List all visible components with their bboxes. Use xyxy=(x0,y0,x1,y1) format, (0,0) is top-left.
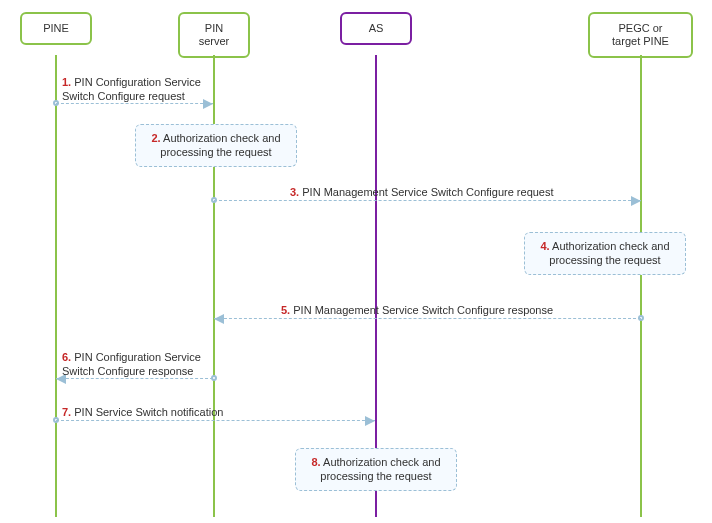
step-text: Authorization check andprocessing the re… xyxy=(320,456,440,482)
arrow-head-icon xyxy=(214,314,224,324)
step-number: 6. xyxy=(62,351,71,363)
step-number: 2. xyxy=(151,132,160,144)
participant-pin-server: PINserver xyxy=(178,12,250,58)
msg-6-label: 6. PIN Configuration ServiceSwitch Confi… xyxy=(62,350,201,379)
participant-label: PEGC ortarget PINE xyxy=(612,22,669,47)
msg-3-label: 3. PIN Management Service Switch Configu… xyxy=(290,185,554,199)
msg-5-label: 5. PIN Management Service Switch Configu… xyxy=(281,303,553,317)
step-number: 4. xyxy=(540,240,549,252)
sequence-diagram: PINE PINserver AS PEGC ortarget PINE 1. … xyxy=(0,0,712,523)
msg-7 xyxy=(56,420,375,421)
step-number: 1. xyxy=(62,76,71,88)
participant-pine: PINE xyxy=(20,12,92,45)
msg-7-label: 7. PIN Service Switch notification xyxy=(62,405,223,419)
msg-3 xyxy=(214,200,641,201)
step-text: Authorization check andprocessing the re… xyxy=(160,132,280,158)
step-number: 7. xyxy=(62,406,71,418)
participant-label: PINserver xyxy=(199,22,230,47)
arrow-head-icon xyxy=(365,416,375,426)
arrow-head-icon xyxy=(631,196,641,206)
arrow-head-icon xyxy=(203,99,213,109)
step-text: PIN Management Service Switch Configure … xyxy=(293,304,553,316)
step-number: 3. xyxy=(290,186,299,198)
msg-1-label: 1. PIN Configuration ServiceSwitch Confi… xyxy=(62,75,201,104)
step-text: PIN Service Switch notification xyxy=(74,406,223,418)
process-4: 4. Authorization check andprocessing the… xyxy=(524,232,686,275)
step-number: 8. xyxy=(311,456,320,468)
participant-label: PINE xyxy=(43,22,69,34)
msg-5 xyxy=(214,318,641,319)
step-number: 5. xyxy=(281,304,290,316)
step-text: PIN Configuration ServiceSwitch Configur… xyxy=(62,351,201,377)
step-text: PIN Management Service Switch Configure … xyxy=(302,186,553,198)
participant-pegc: PEGC ortarget PINE xyxy=(588,12,693,58)
process-8: 8. Authorization check andprocessing the… xyxy=(295,448,457,491)
participant-label: AS xyxy=(369,22,384,34)
lifeline-pine xyxy=(55,55,57,517)
lifeline-pegc xyxy=(640,55,642,517)
step-text: PIN Configuration ServiceSwitch Configur… xyxy=(62,76,201,102)
step-text: Authorization check andprocessing the re… xyxy=(549,240,669,266)
participant-as: AS xyxy=(340,12,412,45)
process-2: 2. Authorization check andprocessing the… xyxy=(135,124,297,167)
